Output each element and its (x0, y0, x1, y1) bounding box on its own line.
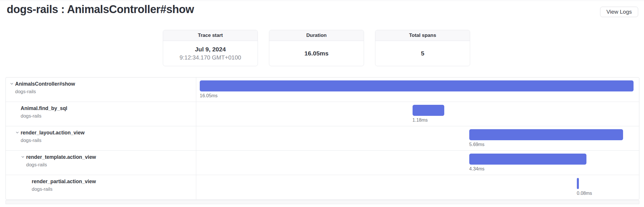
next-section-cutoff-strip (6, 200, 639, 204)
total-spans-card-title: Total spans (375, 30, 470, 41)
span-timeline-cell: 16.05ms (196, 78, 639, 102)
span-info-cell: render_layout.action_view dogs-rails (6, 126, 196, 150)
span-name: AnimalsController#show (15, 80, 75, 88)
span-service-name: dogs-rails (21, 112, 67, 120)
trace-start-card: Trace start Jul 9, 2024 9:12:34.170 GMT+… (163, 30, 258, 66)
span-info-cell: AnimalsController#show dogs-rails (6, 78, 196, 102)
page-title: dogs-rails : AnimalsController#show (7, 3, 194, 16)
span-row[interactable]: Animal.find_by_sql dogs-rails 1.18ms (6, 102, 639, 126)
span-service-name: dogs-rails (32, 185, 96, 193)
span-duration-label: 0.08ms (577, 190, 592, 196)
trace-summary-cards: Trace start Jul 9, 2024 9:12:34.170 GMT+… (163, 30, 470, 66)
span-duration-bar[interactable] (577, 178, 579, 189)
span-duration-bar[interactable] (469, 129, 623, 140)
span-duration-label: 5.69ms (469, 142, 484, 147)
duration-card-title: Duration (269, 30, 364, 41)
trace-start-card-title: Trace start (163, 30, 258, 41)
chevron-down-icon[interactable] (10, 82, 15, 86)
span-duration-label: 16.05ms (200, 93, 217, 99)
span-info-cell: render_partial.action_view dogs-rails (6, 175, 196, 199)
span-name: render_template.action_view (26, 153, 96, 161)
total-spans-card: Total spans 5 (375, 30, 470, 66)
span-name: render_layout.action_view (21, 129, 85, 136)
span-row[interactable]: render_layout.action_view dogs-rails 5.6… (6, 126, 639, 151)
span-duration-bar[interactable] (200, 80, 634, 91)
span-row[interactable]: AnimalsController#show dogs-rails 16.05m… (6, 78, 639, 102)
trace-start-time: 9:12:34.170 GMT+0100 (180, 53, 241, 62)
span-row[interactable]: render_template.action_view dogs-rails 4… (6, 151, 639, 175)
span-info-cell: Animal.find_by_sql dogs-rails (6, 102, 196, 126)
span-service-name: dogs-rails (15, 88, 75, 95)
span-duration-bar[interactable] (469, 154, 586, 165)
trace-start-card-body: Jul 9, 2024 9:12:34.170 GMT+0100 (163, 41, 258, 66)
chevron-down-icon[interactable] (15, 130, 21, 135)
page-header: dogs-rails : AnimalsController#show View… (0, 0, 644, 20)
span-timeline-cell: 0.08ms (196, 175, 639, 199)
trace-start-date: Jul 9, 2024 (195, 45, 226, 53)
span-waterfall-table: AnimalsController#show dogs-rails 16.05m… (6, 77, 639, 200)
span-timeline-cell: 5.69ms (196, 126, 639, 150)
span-service-name: dogs-rails (21, 136, 85, 144)
span-timeline-cell: 4.34ms (196, 151, 639, 175)
span-name: render_partial.action_view (32, 178, 96, 185)
total-spans-value: 5 (421, 49, 424, 57)
duration-card: Duration 16.05ms (269, 30, 364, 66)
span-duration-bar[interactable] (413, 105, 445, 116)
span-duration-label: 4.34ms (469, 166, 484, 172)
span-info-cell: render_template.action_view dogs-rails (6, 151, 196, 175)
span-duration-label: 1.18ms (413, 117, 428, 123)
span-timeline-cell: 1.18ms (196, 102, 639, 126)
duration-card-body: 16.05ms (269, 41, 364, 66)
span-name: Animal.find_by_sql (21, 105, 67, 112)
span-service-name: dogs-rails (26, 161, 96, 168)
duration-value: 16.05ms (304, 49, 329, 57)
span-row[interactable]: render_partial.action_view dogs-rails 0.… (6, 175, 639, 199)
chevron-down-icon[interactable] (21, 155, 26, 159)
view-logs-button[interactable]: View Logs (600, 7, 638, 17)
total-spans-card-body: 5 (375, 41, 470, 66)
